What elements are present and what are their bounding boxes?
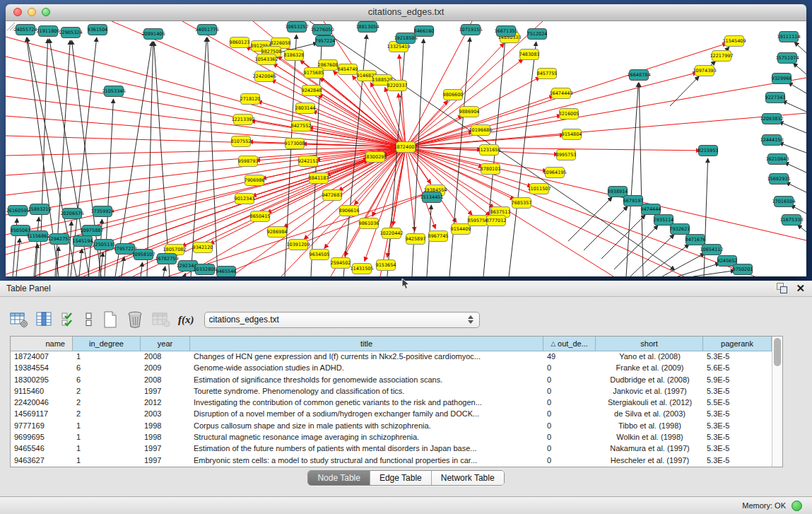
table-cell[interactable]: 2008 xyxy=(141,351,190,363)
table-cell[interactable]: Franke et al. (2009) xyxy=(596,363,703,374)
table-cell[interactable]: Corpus callosum shape and size in male p… xyxy=(190,421,543,432)
graph-node[interactable]: 15692931 xyxy=(767,174,790,185)
graph-node[interactable]: 12444158 xyxy=(760,135,783,146)
table-cell[interactable]: Changes of HCN gene expression and I(f) … xyxy=(190,351,543,363)
graph-node[interactable]: 9860123 xyxy=(230,37,250,48)
table-cell[interactable]: 5.3E-5 xyxy=(703,432,772,443)
graph-node[interactable]: 8967745 xyxy=(428,231,449,242)
graph-node[interactable]: 8938914 xyxy=(608,187,628,197)
table-cell[interactable]: 0 xyxy=(543,443,596,455)
graph-node[interactable]: 26160595 xyxy=(6,206,29,216)
table-cell[interactable]: 2008 xyxy=(141,375,190,386)
table-row[interactable]: 946362711997Embryonic stem cells: a mode… xyxy=(11,455,772,467)
graph-node[interactable]: 11011507 xyxy=(527,184,551,194)
table-cell[interactable]: 2 xyxy=(73,386,141,397)
table-cell[interactable]: 1997 xyxy=(141,386,190,397)
graph-node[interactable]: 7685357 xyxy=(512,198,532,209)
graph-node[interactable]: 9329966 xyxy=(772,74,792,84)
table-cell[interactable]: Tibbo et al. (1998) xyxy=(596,421,703,432)
table-row[interactable]: 977716911998Corpus callosum shape and si… xyxy=(11,421,772,432)
table-cell[interactable]: 6 xyxy=(73,363,141,374)
table-cell[interactable]: 5.3E-5 xyxy=(703,443,772,455)
graph-node[interactable]: 24051776 xyxy=(195,25,218,35)
table-row[interactable]: 946554611997Estimation of the future num… xyxy=(11,443,772,455)
table-cell[interactable]: Dudbridge et al. (2008) xyxy=(596,375,703,386)
table-cell[interactable]: 5.6E-5 xyxy=(703,363,772,374)
table-cell[interactable]: 5.3E-5 xyxy=(703,351,772,363)
float-panel-icon[interactable] xyxy=(777,283,787,293)
graph-node[interactable]: 16210643 xyxy=(765,154,789,165)
graph-node[interactable]: 15751074 xyxy=(775,53,799,64)
graph-node[interactable]: 18300295 xyxy=(363,152,387,163)
graph-node[interactable]: 11675338 xyxy=(779,215,803,226)
graph-node[interactable]: 8780101 xyxy=(481,164,501,175)
graph-node[interactable]: 8471676 xyxy=(686,235,706,245)
graph-node[interactable]: 9598793 xyxy=(238,156,259,167)
graph-node[interactable]: 10974393 xyxy=(693,66,716,76)
graph-node[interactable]: 8466160 xyxy=(414,26,435,37)
graph-node[interactable]: 11156862 xyxy=(26,231,49,242)
graph-node[interactable]: 10220442 xyxy=(379,228,403,239)
table-cell[interactable]: 0 xyxy=(543,455,596,467)
table-cell[interactable]: Jankovic et al. (1997) xyxy=(596,386,703,397)
table-cell[interactable]: 5.5E-5 xyxy=(703,397,772,409)
graph-node[interactable]: 9154409 xyxy=(451,224,471,235)
table-cell[interactable]: 9465546 xyxy=(11,443,73,455)
graph-node[interactable]: 9634505 xyxy=(310,250,330,260)
graph-node[interactable]: 12093832 xyxy=(760,114,783,124)
table-cell[interactable]: 5.9E-5 xyxy=(703,375,772,386)
graph-node[interactable]: 17016504 xyxy=(772,197,795,207)
graph-node[interactable]: 8186328 xyxy=(284,50,305,61)
graph-node[interactable]: 22420046 xyxy=(252,71,276,82)
graph-node[interactable]: 9012343 xyxy=(235,194,255,204)
graph-node[interactable]: 19111114 xyxy=(777,32,800,42)
graph-node[interactable]: 8457755 xyxy=(537,69,558,79)
graph-node[interactable]: 9425897 xyxy=(406,234,426,245)
graph-node[interactable]: 10543362 xyxy=(254,54,278,65)
graph-node[interactable]: 10653257 xyxy=(285,22,308,33)
column-header-out_de[interactable]: △out_de... xyxy=(543,337,596,351)
column-header-short[interactable]: short xyxy=(596,337,703,351)
table-cell[interactable]: 0 xyxy=(543,397,596,409)
graph-node[interactable]: 9886904 xyxy=(459,107,480,117)
table-cell[interactable]: 9777169 xyxy=(11,421,73,432)
table-cell[interactable]: 5.3E-5 xyxy=(703,409,772,420)
graph-node[interactable]: 16671355 xyxy=(494,26,517,37)
table-cell[interactable]: 5.3E-5 xyxy=(703,455,772,467)
table-cell[interactable]: 1997 xyxy=(141,443,190,455)
graph-node[interactable]: 12942757 xyxy=(47,234,71,245)
table-cell[interactable]: 1998 xyxy=(141,432,190,443)
panel-split-icon[interactable] xyxy=(84,311,94,328)
graph-node[interactable]: 9342120 xyxy=(193,243,213,253)
new-column-icon[interactable] xyxy=(102,310,119,329)
column-header-title[interactable]: title xyxy=(190,337,543,351)
graph-node[interactable]: 16648784 xyxy=(627,70,650,81)
table-row[interactable]: 911546021997Tourette syndrome. Phenomeno… xyxy=(11,386,772,397)
graph-node[interactable]: 10964195 xyxy=(543,168,566,178)
window-titlebar[interactable]: citations_edges.txt xyxy=(6,4,806,21)
table-cell[interactable]: 1 xyxy=(73,351,141,363)
column-header-year[interactable]: year xyxy=(141,337,190,351)
graph-node[interactable]: 2803144 xyxy=(295,103,316,114)
table-cell[interactable]: 22420046 xyxy=(11,397,73,409)
table-cell[interactable]: Estimation of the future numbers of pati… xyxy=(190,443,543,455)
table-cell[interactable]: 0 xyxy=(543,432,596,443)
graph-node[interactable]: 7957224 xyxy=(315,36,336,47)
table-cell[interactable]: 6 xyxy=(73,375,141,386)
table-cell[interactable]: 2012 xyxy=(141,397,190,409)
table-cell[interactable]: Wolkin et al. (1998) xyxy=(596,432,703,443)
graph-node[interactable]: 8995753 xyxy=(556,150,577,160)
graph-node[interactable]: 7483083 xyxy=(519,49,540,60)
graph-node[interactable]: 9175685 xyxy=(304,68,324,78)
column-visibility-icon[interactable] xyxy=(36,311,53,328)
table-cell[interactable]: 14569117 xyxy=(11,409,73,420)
graph-node[interactable]: 10975887 xyxy=(80,226,103,236)
graph-node[interactable]: 22905324 xyxy=(59,28,82,38)
table-cell[interactable]: 19384554 xyxy=(11,363,73,374)
graph-node[interactable]: 17359924 xyxy=(90,206,114,217)
graph-node[interactable]: 9242151 xyxy=(298,156,319,167)
table-row[interactable]: 1830029562008Estimation of significance … xyxy=(11,375,772,386)
graph-node[interactable]: 10196686 xyxy=(469,125,492,136)
table-cell[interactable]: 0 xyxy=(543,375,596,386)
graph-node[interactable]: 7906986 xyxy=(245,175,265,186)
